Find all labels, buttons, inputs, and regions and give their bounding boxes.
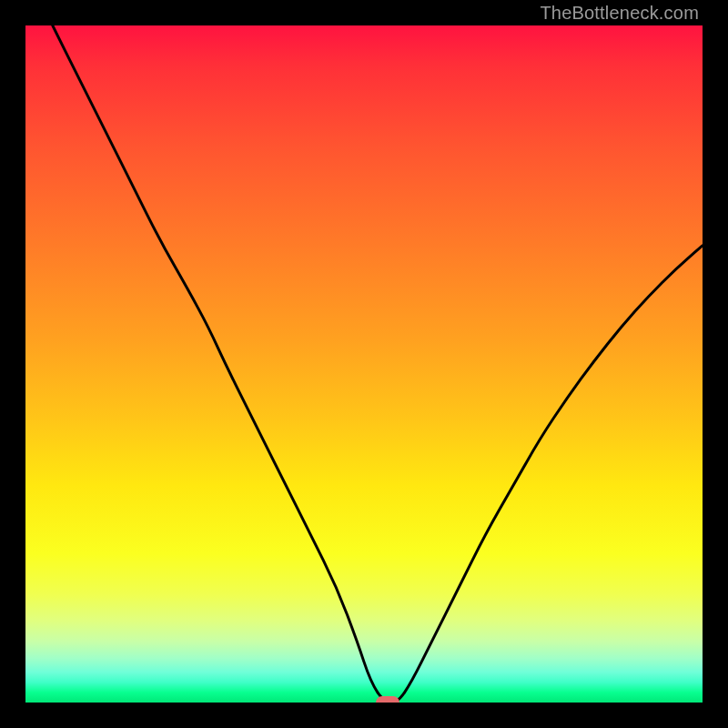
- plot-area: [25, 25, 703, 703]
- curve-path: [53, 25, 703, 703]
- baseline-marker: [376, 696, 399, 703]
- bottleneck-curve: [25, 25, 703, 703]
- chart-frame: TheBottleneck.com: [0, 0, 728, 728]
- watermark-text: TheBottleneck.com: [540, 3, 699, 24]
